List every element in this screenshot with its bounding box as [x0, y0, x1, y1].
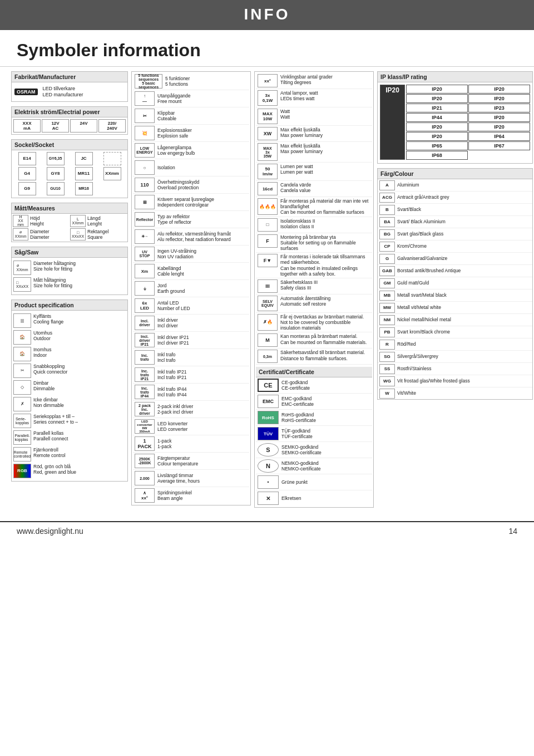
col2-incltrafo-text: Inkl trafoIncl trafo — [157, 352, 176, 363]
col3-flammable-text: Får monteras på material där man inte ve… — [280, 198, 370, 215]
col3-ledswatt: 3x0,1W Antal lampor, wattLEDs times watt — [256, 89, 372, 107]
col2-beamangle-icon: ∧xx° — [135, 488, 155, 503]
color-g: G Galvaniserad/Galvanize — [378, 253, 532, 265]
cert-rohs-text: RoHS-godkändRoHS-certificate — [281, 412, 316, 423]
color-code-mw: MW — [379, 303, 395, 313]
ps-nondimmable-text: Icke dimbarNon dimmable — [33, 397, 64, 408]
col2-uvstop: UVSTOP Ingen UV-strålningNon UV radiatio… — [133, 246, 249, 263]
ps-nondimmable-icon: ✗ — [13, 397, 31, 411]
cert-grune: · Grüne punkt — [256, 474, 372, 490]
col3-insulated-text: Får monteras i isolerade tak tillsammans… — [280, 254, 370, 277]
color-mb: MB Metall svart/Metal black — [378, 289, 532, 302]
color-code-gm: GM — [379, 278, 395, 288]
power-cell-24v: 24V — [70, 119, 97, 132]
ip-cell-ip20d: IP20 — [468, 113, 530, 122]
col3-watt: MAX10W WattWatt — [256, 107, 372, 126]
col3-maxeff2: MAX3x35W Max effekt ljuskällaMax power l… — [256, 142, 372, 163]
col2-incltrafo-ip21-icon: Inc.trafoIP21 — [135, 367, 155, 382]
color-gm: GM Guld matt/Guld — [378, 277, 532, 289]
cert-ce-text: CE-godkändCE-certificate — [281, 380, 310, 391]
manufacturer-row: OSRAM LED tillverkareLED manufacturer — [14, 85, 125, 99]
cert-tuv-icon: TÜV — [258, 427, 279, 440]
ip-cell-ip20-main: IP20 — [380, 85, 405, 160]
manufacturer-title: Fabrikat/Manufacturer — [12, 72, 127, 82]
ip-cell-ip67: IP67 — [468, 141, 530, 150]
cert-grune-icon: · — [258, 475, 279, 489]
col3-isolation2-text: Isolationsklass IIIsolation class II — [280, 218, 315, 229]
color-name-nm: Nickel metall/Nickel metal — [397, 317, 451, 322]
col2-content: 5 functionssequences5 basicsequences 5 f… — [132, 72, 250, 505]
measure-length: LXXmm LängdLenght — [70, 215, 126, 227]
color-a: A Aluminium — [378, 179, 532, 192]
certificate-section: Certificat/Certificate CE CE-godkändCE-c… — [256, 367, 372, 506]
col3-safetydist-icon: 0,3m — [258, 350, 278, 363]
socket-gu10-icon: GU10 — [47, 182, 65, 195]
color-nm: NM Nickel metall/Nickel metal — [378, 314, 532, 326]
electrical-title: Elektrisk ström/Electrial power — [12, 107, 127, 117]
col3-selvequiv-icon: SELVEQUIV — [258, 296, 278, 311]
col3-watt-text: WattWatt — [280, 109, 290, 120]
color-name-w: Vit/White — [397, 390, 416, 396]
socket-gy8: GY8 — [42, 167, 69, 181]
col3-candela-text: Candela värdeCandela value — [280, 182, 311, 193]
col2-numleds-icon: 6xLED — [135, 298, 155, 313]
socket-e14-icon: E14 — [18, 152, 36, 165]
manufacturer-content: OSRAM LED tillverkareLED manufacturer — [12, 82, 127, 101]
saw-section: Såg/Saw ⌀XXmm Diameter håltagningSize ho… — [11, 247, 128, 295]
col2-incltrafo-ip21: Inc.trafoIP21 Inkl trafo IP21Incl trafo … — [133, 366, 249, 384]
col2-reflector: Reflector Typ av reflektorType of reflec… — [133, 211, 249, 228]
socket-empty-icon — [103, 152, 121, 165]
col2-incltrafo-ip44-icon: Inc.trafoIP44 — [135, 385, 155, 399]
col2-ledconverter: LEDconverter6W350mA LED konverterLED con… — [133, 418, 249, 435]
col2-incldriver-text: Inkl driverIncl driver — [157, 317, 178, 328]
col2-numleds: 6xLED Antal LEDNumber of LED — [133, 297, 249, 315]
col2-cuteable: ✂ KlippbarCuteable — [133, 107, 249, 125]
ps-remote: Remotecontrolled FjärrkontrollRemote con… — [13, 446, 126, 463]
product-spec-title: Product specification — [12, 300, 127, 311]
col3-lumen: 50lm/w Lumen per wattLumen per watt — [256, 163, 372, 181]
col3-mounted-flammable: M Kan monteras på brännbart material.Can… — [256, 332, 372, 348]
cert-emc-icon: EMC — [258, 395, 279, 408]
col2-numleds-text: Antal LEDNumber of LED — [157, 300, 190, 311]
cert-emc-text: EMC-godkändEMC-certificate — [281, 396, 314, 407]
col3-maxeff2-text: Max effekt ljuskällaMax power luminary — [280, 143, 323, 154]
certificate-title: Certificat/Certificate — [256, 367, 372, 377]
color-name-wg: Vit frostad glas/White frosted glass — [397, 378, 470, 384]
col2-alu-icon: ☀→ — [135, 229, 155, 244]
cert-nemko-icon: N — [258, 459, 279, 473]
color-pb: PB Svart krom/Black chrome — [378, 326, 532, 338]
col2-reflector-icon: Reflector — [135, 212, 155, 227]
col3-ledswatt-text: Antal lampor, wattLEDs times watt — [280, 90, 318, 101]
ps-cooling: ||| KylfläntsCooling flange — [13, 312, 126, 329]
color-code-ss: SS — [379, 364, 395, 374]
col2-2pack-text: 2-pack inkl driver2-pack incl driver — [157, 404, 193, 415]
cert-nemko-text: NEMKO-godkändNEMKO-certificate — [281, 460, 320, 472]
cert-rohs-icon: RoHS — [258, 411, 279, 424]
ip-cell-ip68: IP68 — [406, 151, 468, 160]
color-name-sg: Silvergrå/Silvergrey — [397, 354, 438, 359]
cert-rohs: RoHS RoHS-godkändRoHS-certificate — [256, 410, 372, 426]
color-name-a: Aluminium — [397, 182, 419, 188]
saw-row-1: ⌀XXmm Diameter håltagningSize hole for f… — [13, 259, 126, 276]
color-code-pb: PB — [379, 327, 395, 337]
col2-1pack-icon: 1PACK — [135, 436, 155, 451]
color-name-mb: Metall svart/Metal black — [397, 292, 447, 298]
ps-dimmable-icon: ◇ — [13, 380, 31, 395]
measure-length-icon: LXXmm — [70, 215, 86, 227]
ps-cooling-icon: ||| — [13, 313, 31, 328]
socket-g9-icon: G9 — [18, 182, 36, 195]
col2-colortemp: 2500K-2800K FärgtemperaturColour tempera… — [133, 453, 249, 470]
col2-explosion-icon: 💥 — [135, 126, 155, 140]
ps-series: Serie-kopplas Seriekopplas + till –Serie… — [13, 413, 126, 429]
socket-mr16: MR16 — [70, 182, 97, 196]
measure-diameter-text: DiameterDiameter — [30, 229, 49, 240]
col3-tilting: xx° Vinklingsbar antal graderTilting deg… — [256, 73, 372, 89]
col2-independent-text: Kräverr separat ljusreglageIndependent c… — [157, 197, 214, 208]
ip-cell-ip20: IP20 — [406, 85, 468, 94]
col2-independent: ⊞ Kräverr separat ljusreglageIndependent… — [133, 194, 249, 211]
col3-insulated: F▼ Får monteras i isolerade tak tillsamm… — [256, 253, 372, 278]
ip-rating-content: IP20 IP20 IP20 IP20 IP20 IP21 IP23 IP44 … — [378, 82, 532, 163]
ps-quick-text: SnabbkopplingQuick connector — [33, 364, 67, 375]
ps-indoor-icon: 🏠 — [13, 347, 31, 361]
col2-incldriver-ip21: Incl.driverIP21 Inkl driver IP21Incl dri… — [133, 332, 249, 349]
